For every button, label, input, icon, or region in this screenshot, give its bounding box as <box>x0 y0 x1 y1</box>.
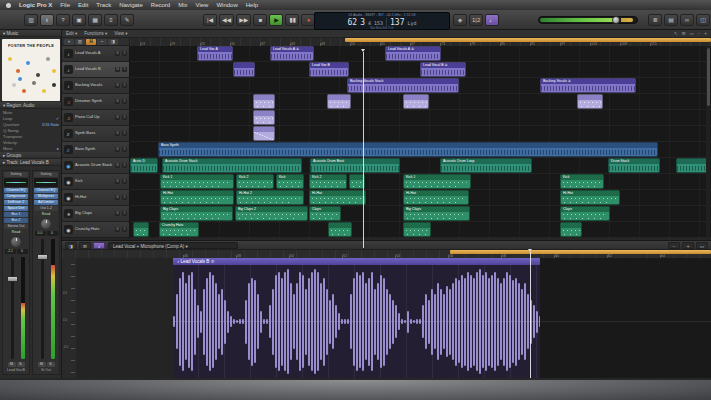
region-midi-purple[interactable] <box>253 94 275 109</box>
arrange-tool-0[interactable]: ↖ <box>674 31 678 36</box>
toolbar-toggle-button[interactable]: ▣ <box>72 14 86 26</box>
menubar-item-mix[interactable]: Mix <box>178 0 187 10</box>
apple-loops-button[interactable]: ∞ <box>680 14 694 26</box>
region-inspector-header[interactable]: ▾ Region: Audio <box>0 102 62 109</box>
region-hi-hat[interactable]: Hi-Hat <box>160 190 234 205</box>
audio-waveform[interactable] <box>173 265 540 378</box>
rewind-button[interactable]: ◀◀ <box>219 14 234 26</box>
tuner-button[interactable]: ◈ <box>453 14 467 26</box>
mute-button[interactable]: M <box>8 362 16 367</box>
menubar-item-window[interactable]: Window <box>216 0 237 10</box>
menubar-item-track[interactable]: Track <box>96 0 111 10</box>
menu-functions[interactable]: Functions ▾ <box>84 31 107 36</box>
menubar-item-view[interactable]: View <box>196 0 209 10</box>
track-header-lead-vocals-b[interactable]: ♪Lead Vocals BMS <box>62 62 129 78</box>
track-header-kick[interactable]: ◉KickMS <box>62 174 129 190</box>
master-volume-knob[interactable] <box>612 16 620 24</box>
flex-pitch-button[interactable]: ♪ <box>93 242 105 249</box>
play-button[interactable]: ▶ <box>269 14 283 26</box>
region-audio-purple[interactable] <box>233 62 255 77</box>
track-header-bass-synth[interactable]: ♬Bass SynthMS <box>62 142 129 158</box>
track-mute-button[interactable]: M <box>115 179 120 184</box>
strip-eq-thumbnail[interactable] <box>34 178 58 187</box>
track-inspector-header[interactable]: ▸ Track: Lead Vocals B <box>0 159 62 166</box>
insert-slot-ad-limiter[interactable]: Ad Limiter <box>34 200 58 205</box>
menubar-item-help[interactable]: Help <box>246 0 258 10</box>
region-audio-teal[interactable] <box>676 158 710 173</box>
track-header-acoustic-drum-stack[interactable]: ◉Acoustic Drum StackMS <box>62 158 129 174</box>
region-big-claps[interactable]: Big Claps <box>160 206 233 221</box>
groups-header[interactable]: ▸ Groups <box>0 152 62 159</box>
region-midi-green[interactable] <box>403 222 431 237</box>
hide-tracks-button[interactable]: H <box>86 39 96 45</box>
pan-knob[interactable] <box>41 219 51 229</box>
track-mute-button[interactable]: M <box>115 211 120 216</box>
solo-button[interactable]: S <box>47 362 55 367</box>
menubar-item-file[interactable]: File <box>60 0 70 10</box>
master-volume-slider[interactable] <box>538 16 638 24</box>
track-solo-button[interactable]: S <box>122 115 127 120</box>
track-solo-button[interactable]: S <box>122 163 127 168</box>
editor-tool-1[interactable]: + <box>682 242 694 249</box>
region-midi-curve[interactable] <box>253 126 275 141</box>
insert-slot-channel-eq[interactable]: Channel EQ <box>34 188 58 193</box>
count-in-button[interactable]: 1|2 <box>469 14 483 26</box>
arrange-lanes[interactable]: Lead Vox ALead Vocals A ②Lead Vocals A ②… <box>130 46 711 238</box>
region-midi-purple[interactable] <box>253 110 275 125</box>
track-mute-button[interactable]: M <box>115 67 120 72</box>
duplicate-track-button[interactable]: ▥ <box>75 39 85 45</box>
channel-fader[interactable] <box>34 237 58 361</box>
menubar-item-logic-pro-x[interactable]: Logic Pro X <box>19 0 52 10</box>
track-solo-button[interactable]: S <box>122 67 127 72</box>
arrange-tool-4[interactable]: + <box>704 31 707 36</box>
solo-button[interactable]: S <box>17 362 25 367</box>
track-mute-button[interactable]: M <box>115 163 120 168</box>
editor-playhead[interactable] <box>530 252 531 378</box>
editor-empty-area[interactable] <box>76 258 173 378</box>
region-hi-hat-2[interactable]: Hi-Hat 2 <box>236 190 304 205</box>
region-acoustic-drum-beat[interactable]: Acoustic Drum Beat <box>310 158 400 173</box>
region-acoustic-drum-stack[interactable]: Acoustic Drum Stack <box>162 158 302 173</box>
mixer-toggle-button[interactable]: ≡ <box>104 14 118 26</box>
quick-help-button[interactable]: ? <box>56 14 70 26</box>
track-header-big-claps[interactable]: ∗Big ClapsMS <box>62 206 129 222</box>
smart-controls-button[interactable]: ▦ <box>88 14 102 26</box>
track-mute-button[interactable]: M <box>115 147 120 152</box>
go-to-beginning-button[interactable]: |◀ <box>203 14 217 26</box>
track-mute-button[interactable]: M <box>115 227 120 232</box>
region-big-claps-2[interactable]: Big Claps 2 <box>235 206 308 221</box>
region-kick-1[interactable]: Kick 1 <box>403 174 471 189</box>
region-midi-purple[interactable] <box>577 94 603 109</box>
automation-button[interactable]: ~ <box>97 39 107 45</box>
track-header-dreamer-synth[interactable]: ♫Dreamer SynthMS <box>62 94 129 110</box>
track-mute-button[interactable]: M <box>115 51 120 56</box>
region-crunchy-hats[interactable]: Crunchy Hats <box>159 222 199 237</box>
metronome-button[interactable]: ♩ <box>485 14 499 26</box>
editor-cycle-region[interactable] <box>450 250 711 254</box>
region-bass-synth[interactable]: Bass Synth <box>158 142 658 157</box>
region-midi-green[interactable] <box>328 222 352 237</box>
arrange-tool-2[interactable]: ▭ <box>689 31 693 36</box>
fader-handle[interactable] <box>7 276 18 282</box>
track-mute-button[interactable]: M <box>115 83 120 88</box>
region-claps[interactable]: Claps <box>560 206 610 221</box>
track-mute-button[interactable]: M <box>115 99 120 104</box>
region-acstc-d[interactable]: Acstc D <box>130 158 158 173</box>
track-header-hi-hat[interactable]: ◉Hi-HatMS <box>62 190 129 206</box>
menu-view[interactable]: View ▾ <box>114 31 127 36</box>
region-midi-purple[interactable] <box>327 94 351 109</box>
arrange-scrollbar[interactable] <box>706 46 710 238</box>
catch-playhead-button[interactable]: ◨ <box>108 39 118 45</box>
track-solo-button[interactable]: S <box>122 99 127 104</box>
menu-edit[interactable]: Edit ▾ <box>66 31 77 36</box>
track-solo-button[interactable]: S <box>122 227 127 232</box>
channel-fader[interactable] <box>4 255 28 361</box>
track-solo-button[interactable]: S <box>122 131 127 136</box>
strip-setting-button[interactable]: Setting <box>4 172 28 177</box>
fader-handle[interactable] <box>37 254 48 260</box>
strip-eq-thumbnail[interactable] <box>4 178 28 187</box>
output-slot[interactable]: Out 1-2 <box>34 206 58 211</box>
region-big-claps[interactable]: Big Claps <box>403 206 470 221</box>
region-lead-vocals-a[interactable]: Lead Vocals A ② <box>270 46 314 61</box>
track-header-backing-vocals[interactable]: ♪Backing VocalsMS <box>62 78 129 94</box>
